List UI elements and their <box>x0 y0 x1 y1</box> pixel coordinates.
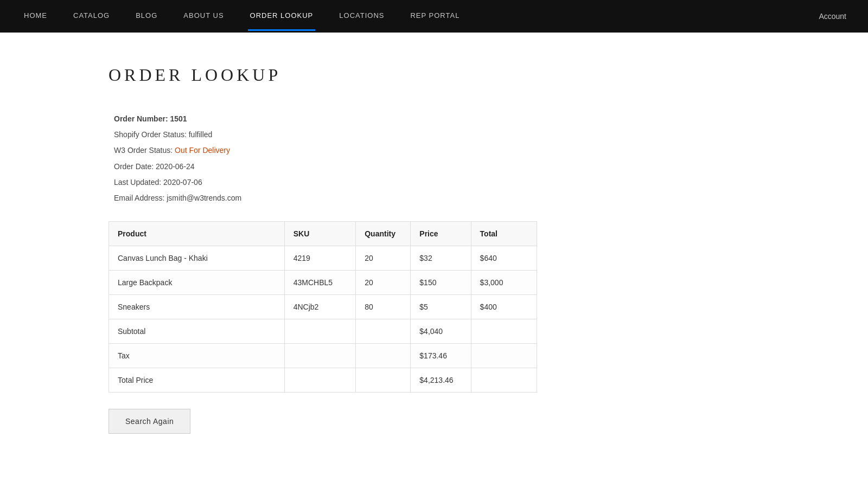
tax-total-empty <box>471 344 537 368</box>
last-updated: Last Updated: 2020-07-06 <box>114 176 760 189</box>
main-nav: HOME CATALOG BLOG ABOUT US ORDER LOOKUP … <box>0 0 868 33</box>
nav-item-home[interactable]: HOME <box>22 2 49 31</box>
row-2-total: $400 <box>471 295 537 319</box>
row-0-sku: 4219 <box>284 246 356 271</box>
nav-item-rep-portal[interactable]: REP PORTAL <box>408 2 462 31</box>
total-price-row: Total Price $4,213.46 <box>109 368 537 393</box>
row-2-price: $5 <box>411 295 471 319</box>
col-header-product: Product <box>109 222 285 246</box>
subtotal-row: Subtotal $4,040 <box>109 319 537 344</box>
order-date: Order Date: 2020-06-24 <box>114 160 760 174</box>
row-1-product: Large Backpack <box>109 271 285 295</box>
table-footer: Subtotal $4,040 Tax $173.46 Total Price … <box>109 319 537 393</box>
nav-item-catalog[interactable]: CATALOG <box>71 2 112 31</box>
email-address: Email Address: jsmith@w3trends.com <box>114 191 760 205</box>
table-row: Large Backpack 43MCHBL5 20 $150 $3,000 <box>109 271 537 295</box>
account-link[interactable]: Account <box>819 12 846 21</box>
nav-item-order-lookup[interactable]: ORDER LOOKUP <box>248 2 316 31</box>
row-0-quantity: 20 <box>356 246 411 271</box>
row-1-price: $150 <box>411 271 471 295</box>
row-2-quantity: 80 <box>356 295 411 319</box>
subtotal-sku-empty <box>284 319 356 344</box>
row-0-price: $32 <box>411 246 471 271</box>
subtotal-value: $4,040 <box>411 319 471 344</box>
row-0-total: $640 <box>471 246 537 271</box>
subtotal-label: Subtotal <box>109 319 285 344</box>
table-body: Canvas Lunch Bag - Khaki 4219 20 $32 $64… <box>109 246 537 319</box>
shopify-status: Shopify Order Status: fulfilled <box>114 128 760 142</box>
table-row: Canvas Lunch Bag - Khaki 4219 20 $32 $64… <box>109 246 537 271</box>
total-price-label: Total Price <box>109 368 285 393</box>
nav-item-locations[interactable]: LOCATIONS <box>337 2 386 31</box>
row-1-quantity: 20 <box>356 271 411 295</box>
nav-links: HOME CATALOG BLOG ABOUT US ORDER LOOKUP … <box>22 2 462 31</box>
row-1-total: $3,000 <box>471 271 537 295</box>
row-1-sku: 43MCHBL5 <box>284 271 356 295</box>
col-header-price: Price <box>411 222 471 246</box>
search-again-button[interactable]: Search Again <box>108 409 190 434</box>
nav-item-blog[interactable]: BLOG <box>133 2 159 31</box>
tax-value: $173.46 <box>411 344 471 368</box>
subtotal-total-empty <box>471 319 537 344</box>
tax-sku-empty <box>284 344 356 368</box>
total-price-total-empty <box>471 368 537 393</box>
order-number: Order Number: 1501 <box>114 112 760 126</box>
col-header-quantity: Quantity <box>356 222 411 246</box>
col-header-sku: SKU <box>284 222 356 246</box>
col-header-total: Total <box>471 222 537 246</box>
total-price-value: $4,213.46 <box>411 368 471 393</box>
page-title: ORDER LOOKUP <box>108 65 760 85</box>
tax-qty-empty <box>356 344 411 368</box>
main-content: ORDER LOOKUP Order Number: 1501 Shopify … <box>0 33 868 466</box>
row-2-product: Sneakers <box>109 295 285 319</box>
nav-item-about-us[interactable]: ABOUT US <box>181 2 226 31</box>
table-header: Product SKU Quantity Price Total <box>109 222 537 246</box>
row-2-sku: 4NCjb2 <box>284 295 356 319</box>
w3-status: W3 Order Status: Out For Delivery <box>114 144 760 157</box>
order-table: Product SKU Quantity Price Total Canvas … <box>108 221 537 393</box>
tax-row: Tax $173.46 <box>109 344 537 368</box>
tax-label: Tax <box>109 344 285 368</box>
w3-status-value: Out For Delivery <box>175 146 230 155</box>
table-row: Sneakers 4NCjb2 80 $5 $400 <box>109 295 537 319</box>
w3-status-prefix: W3 Order Status: <box>114 146 175 155</box>
total-price-sku-empty <box>284 368 356 393</box>
subtotal-qty-empty <box>356 319 411 344</box>
row-0-product: Canvas Lunch Bag - Khaki <box>109 246 285 271</box>
order-info: Order Number: 1501 Shopify Order Status:… <box>108 112 760 205</box>
total-price-qty-empty <box>356 368 411 393</box>
